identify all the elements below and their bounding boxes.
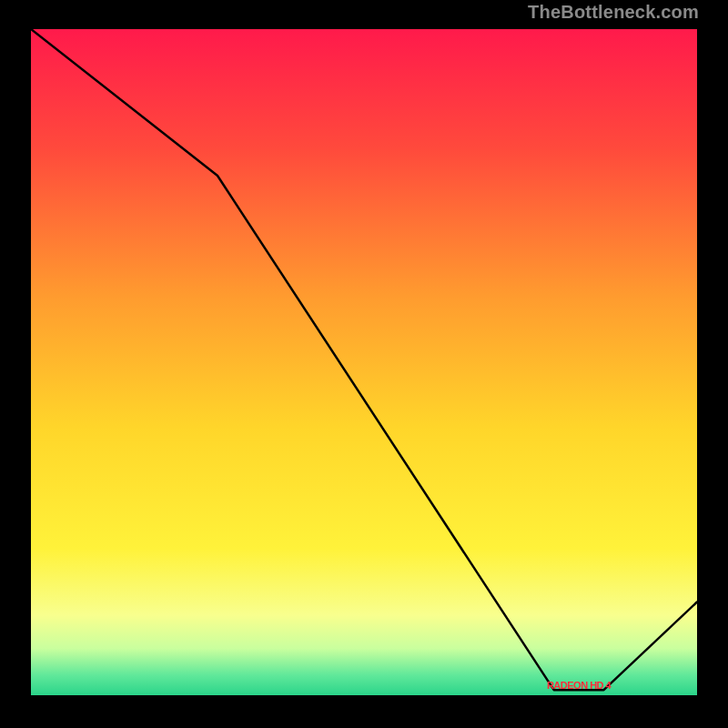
chart-frame: TheBottleneck.com RADEON HD 4 <box>0 0 728 728</box>
x-axis-gpu-annotation: RADEON HD 4 <box>547 680 611 691</box>
chart-overlay <box>31 29 697 695</box>
watermark-text: TheBottleneck.com <box>528 2 699 23</box>
bottleneck-curve-line <box>31 29 697 690</box>
plot-area: RADEON HD 4 <box>31 29 697 695</box>
